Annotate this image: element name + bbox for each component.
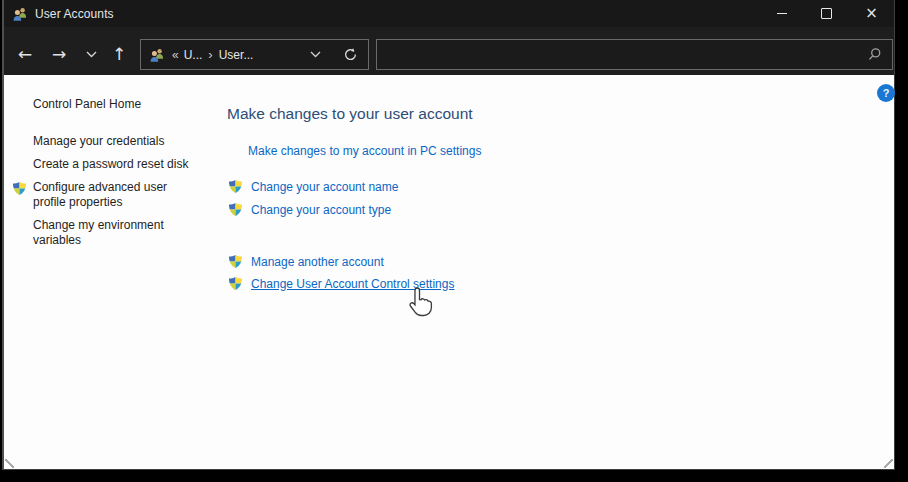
uac-shield-icon <box>228 179 243 194</box>
breadcrumb-parent[interactable]: U... <box>184 48 203 62</box>
refresh-icon[interactable] <box>343 47 358 62</box>
page-title: Make changes to your user account <box>227 104 473 123</box>
uac-shield-icon <box>228 276 243 291</box>
sidebar-item-advanced-user-profile[interactable]: Configure advanced user profile properti… <box>33 180 175 210</box>
sidebar-item-control-panel-home[interactable]: Control Panel Home <box>33 97 141 112</box>
minimize-button[interactable] <box>759 0 804 27</box>
manage-another-account-link[interactable]: Manage another account <box>228 254 384 269</box>
navigation-bar: ← → ↑ « U... › User... <box>4 27 894 75</box>
user-accounts-icon <box>12 6 28 22</box>
breadcrumb-current[interactable]: User... <box>219 48 254 62</box>
change-account-name-link[interactable]: Change your account name <box>228 179 398 194</box>
back-button[interactable]: ← <box>18 46 32 63</box>
content-area: ? Control Panel Home Manage your credent… <box>4 75 894 469</box>
minimize-icon <box>777 13 787 14</box>
recent-pages-chevron-icon[interactable] <box>86 51 97 58</box>
maximize-button[interactable] <box>804 0 849 27</box>
task-link-label: Change your account type <box>251 203 391 217</box>
help-button[interactable]: ? <box>877 84 895 102</box>
uac-shield-icon <box>228 202 243 217</box>
task-link-label: Change User Account Control settings <box>251 277 454 291</box>
task-link-label: Manage another account <box>251 255 384 269</box>
pc-settings-link[interactable]: Make changes to my account in PC setting… <box>248 144 481 158</box>
address-dropdown-chevron-icon[interactable] <box>310 51 321 58</box>
uac-shield-icon <box>12 181 27 196</box>
uac-shield-icon <box>228 254 243 269</box>
caption-buttons: × <box>759 0 894 27</box>
sidebar-item-password-reset-disk[interactable]: Create a password reset disk <box>33 157 188 172</box>
search-input[interactable] <box>377 40 867 69</box>
change-account-type-link[interactable]: Change your account type <box>228 202 391 217</box>
user-accounts-breadcrumb-icon <box>149 47 165 63</box>
resize-grip-bottom-left[interactable] <box>5 459 14 468</box>
forward-button[interactable]: → <box>52 46 66 63</box>
search-box <box>376 39 893 70</box>
breadcrumb-separator-icon[interactable]: › <box>208 47 212 62</box>
sidebar-item-environment-variables[interactable]: Change my environment variables <box>33 218 175 248</box>
title-bar: User Accounts × <box>4 0 894 27</box>
maximize-icon <box>821 8 832 19</box>
user-accounts-window: User Accounts × ← → ↑ « U... › User... <box>2 0 895 470</box>
resize-grip-bottom-right[interactable] <box>884 459 893 468</box>
address-bar[interactable]: « U... › User... <box>140 39 369 70</box>
up-button[interactable]: ↑ <box>112 46 126 63</box>
breadcrumb-overflow-chevrons[interactable]: « <box>172 48 179 62</box>
search-icon[interactable] <box>867 47 882 62</box>
close-icon: × <box>865 6 878 21</box>
close-button[interactable]: × <box>849 0 894 27</box>
window-title: User Accounts <box>35 7 114 21</box>
task-link-label: Change your account name <box>251 180 398 194</box>
sidebar-item-manage-credentials[interactable]: Manage your credentials <box>33 134 164 149</box>
change-uac-settings-link[interactable]: Change User Account Control settings <box>228 276 454 291</box>
